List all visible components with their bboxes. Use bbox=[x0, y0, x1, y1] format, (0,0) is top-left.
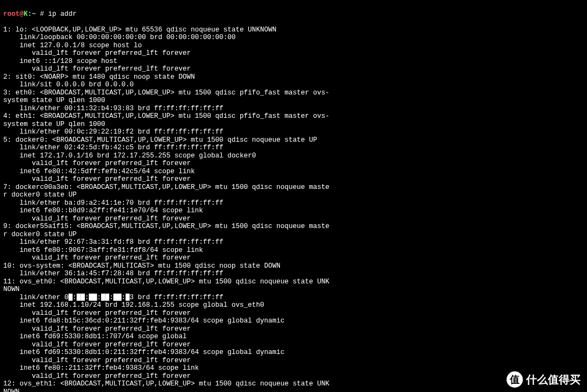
output-line: link/ether ba:d9:a2:41:1e:70 brd ff:ff:f… bbox=[3, 199, 584, 207]
output-line: valid_lft forever preferred_lft forever bbox=[3, 372, 584, 381]
output-line: valid_lft forever preferred_lft forever bbox=[3, 215, 584, 223]
output-line: valid_lft forever preferred_lft forever bbox=[3, 175, 584, 184]
output-line: inet6 fe80::211:32ff:feb4:9383/64 scope … bbox=[3, 364, 584, 372]
output-line: 4: eth1: <BROADCAST,MULTICAST,UP,LOWER_U… bbox=[3, 112, 584, 121]
output-line: inet 192.168.1.10/24 brd 192.168.1.255 s… bbox=[3, 301, 584, 309]
output-line: inet 127.0.0.1/8 scope host lo bbox=[3, 42, 584, 50]
output-line: inet6 fda8:b15c:36cd:0:211:32ff:feb4:938… bbox=[3, 317, 584, 325]
output-line: valid_lft forever preferred_lft forever bbox=[3, 341, 584, 349]
output-line: link/ether 02:42:5d:fb:42:c5 brd ff:ff:f… bbox=[3, 144, 584, 152]
terminal-output[interactable]: root@K:~ # ip addr 1: lo: <LOOPBACK,UP,L… bbox=[0, 0, 587, 392]
output-line: 1: lo: <LOOPBACK,UP,LOWER_UP> mtu 65536 … bbox=[3, 26, 584, 34]
command-text: ip addr bbox=[48, 10, 77, 18]
output-line: valid_lft forever preferred_lft forever bbox=[3, 309, 584, 318]
output-line: 10: ovs-system: <BROADCAST,MULTICAST> mt… bbox=[3, 262, 584, 270]
output-line: system state UP qlen 1000 bbox=[3, 97, 584, 105]
output-line: 3: eth0: <BROADCAST,MULTICAST,UP,LOWER_U… bbox=[3, 89, 584, 97]
output-line: 2: sit0: <NOARP> mtu 1480 qdisc noop sta… bbox=[3, 73, 584, 81]
output-line: link/loopback 00:00:00:00:00:00 brd 00:0… bbox=[3, 34, 584, 42]
output-line: system state UP qlen 1000 bbox=[3, 121, 584, 129]
output-line: inet6 fd69:5330:8db1:0:211:32ff:feb4:938… bbox=[3, 349, 584, 357]
output-line: 5: docker0: <BROADCAST,MULTICAST,UP,LOWE… bbox=[3, 136, 584, 144]
watermark-text: 什么值得买 bbox=[526, 376, 580, 384]
output-line: r docker0 state UP bbox=[3, 191, 584, 199]
output-line: link/ether 00:11:32:b4:93:83 brd ff:ff:f… bbox=[3, 105, 584, 113]
output-line: inet 172.17.0.1/16 brd 172.17.255.255 sc… bbox=[3, 152, 584, 160]
output-line: valid_lft forever preferred_lft forever bbox=[3, 160, 584, 168]
prompt-user: root bbox=[3, 10, 20, 18]
output-line: valid_lft forever preferred_lft forever bbox=[3, 254, 584, 262]
prompt-symbol: # bbox=[36, 10, 48, 18]
output-line: link/sit 0.0.0.0 brd 0.0.0.0 bbox=[3, 81, 584, 89]
prompt-colon: : bbox=[28, 10, 32, 18]
prompt-line: root@K:~ # ip addr bbox=[3, 10, 584, 18]
output-line: NOWN bbox=[3, 286, 584, 294]
output-line: inet6 ::1/128 scope host bbox=[3, 58, 584, 66]
output-line: r docker0 state UP bbox=[3, 231, 584, 239]
output-line: link/ether 92:67:3a:31:fd:f8 brd ff:ff:f… bbox=[3, 238, 584, 246]
output-line: link/ether 0█:██:██:██:██:█3 brd ff:ff:f… bbox=[3, 294, 584, 302]
watermark: 值 什么值得买 bbox=[507, 371, 580, 388]
output-line: valid_lft forever preferred_lft forever bbox=[3, 357, 584, 365]
output-line: inet6 fd69:5330:8db1::707/64 scope globa… bbox=[3, 333, 584, 341]
output-line: 12: ovs_eth1: <BROADCAST,MULTICAST,UP,LO… bbox=[3, 380, 584, 388]
command-output: 1: lo: <LOOPBACK,UP,LOWER_UP> mtu 65536 … bbox=[3, 26, 584, 393]
output-line: 7: dockerc00a3eb: <BROADCAST,MULTICAST,U… bbox=[3, 184, 584, 192]
output-line: inet6 fe80::b8d9:a2ff:fe41:1e70/64 scope… bbox=[3, 207, 584, 215]
watermark-badge-icon: 值 bbox=[507, 371, 523, 388]
prompt-at: @ bbox=[20, 10, 24, 18]
output-line: NOWN bbox=[3, 388, 584, 393]
output-line: 9: docker55a1f15: <BROADCAST,MULTICAST,U… bbox=[3, 223, 584, 231]
output-line: inet6 fe80::9067:3aff:fe31:fdf8/64 scope… bbox=[3, 246, 584, 255]
output-line: inet6 fe80::42:5dff:fefb:42c5/64 scope l… bbox=[3, 168, 584, 176]
output-line: valid_lft forever preferred_lft forever bbox=[3, 65, 584, 73]
output-line: 11: ovs_eth0: <BROADCAST,MULTICAST,UP,LO… bbox=[3, 278, 584, 286]
prompt-path: ~ bbox=[32, 10, 36, 18]
output-line: link/ether 00:0c:29:22:19:f2 brd ff:ff:f… bbox=[3, 128, 584, 136]
output-line: link/ether 36:1a:45:f7:28:48 brd ff:ff:f… bbox=[3, 270, 584, 278]
output-line: valid_lft forever preferred_lft forever bbox=[3, 49, 584, 58]
output-line: valid_lft forever preferred_lft forever bbox=[3, 325, 584, 333]
prompt-host: K bbox=[24, 10, 28, 18]
